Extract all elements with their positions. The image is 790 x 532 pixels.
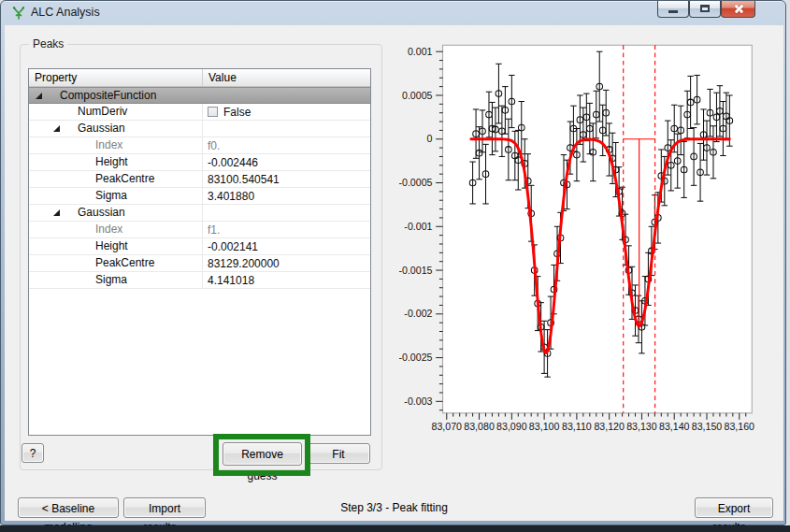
property-name-cell[interactable]: Index: [29, 137, 203, 153]
alc-analysis-window: ALC Analysis Peaks Property Value Compos…: [0, 0, 786, 525]
y-tick-label: -0.0015: [398, 265, 432, 276]
column-header-value: Value: [203, 69, 370, 86]
x-tick-label: 83,160: [725, 421, 755, 432]
x-tick-label: 83,090: [496, 421, 527, 432]
property-value-cell[interactable]: -0.002446: [203, 154, 370, 170]
branch-expander-icon[interactable]: [53, 209, 60, 216]
property-value-cell[interactable]: -0.002141: [203, 238, 370, 254]
property-name-cell[interactable]: PeakCentre: [29, 255, 203, 271]
y-tick-label: 0.001: [408, 46, 433, 57]
property-value: 83129.200000: [208, 256, 280, 271]
property-row[interactable]: Gaussian: [29, 205, 370, 222]
mantid-logo-icon: [11, 6, 26, 21]
y-tick-label: -0.0025: [398, 352, 432, 363]
property-name: Height: [95, 155, 128, 168]
property-name: Sigma: [95, 189, 127, 202]
property-row[interactable]: CompositeFunction: [29, 87, 370, 104]
x-tick-label: 83,100: [529, 421, 560, 432]
x-tick-label: 83,130: [626, 421, 657, 432]
property-row[interactable]: Height-0.002446: [29, 154, 370, 171]
property-row[interactable]: Sigma3.401880: [29, 188, 370, 205]
branch-expander-icon[interactable]: [36, 93, 42, 99]
property-row[interactable]: Gaussian: [29, 121, 370, 137]
property-name: NumDeriv: [78, 105, 127, 118]
property-row[interactable]: PeakCentre83100.540541: [29, 171, 370, 188]
x-tick-label: 83,110: [562, 421, 592, 432]
maximize-icon: [700, 5, 710, 12]
property-value: -0.002141: [208, 239, 258, 254]
property-row[interactable]: PeakCentre83129.200000: [29, 255, 370, 272]
property-value-cell[interactable]: f1.: [203, 222, 370, 237]
y-tick-label: -0.003: [404, 395, 432, 407]
property-name: Index: [95, 138, 122, 151]
x-axis: 83,07083,08083,09083,10083,11083,12083,1…: [432, 413, 755, 433]
property-name-cell[interactable]: Sigma: [29, 272, 203, 288]
export-results-button[interactable]: Export results...: [695, 497, 773, 518]
x-tick-label: 83,150: [692, 421, 723, 432]
property-row[interactable]: NumDerivFalse: [29, 104, 370, 121]
minimize-icon: [668, 10, 678, 13]
property-value-cell[interactable]: [203, 205, 370, 221]
help-button[interactable]: ?: [22, 443, 44, 463]
property-name: Sigma: [95, 273, 127, 286]
property-row[interactable]: Indexf1.: [29, 222, 370, 238]
property-value-cell[interactable]: f0.: [203, 137, 370, 153]
property-value-cell[interactable]: 83129.200000: [203, 255, 370, 271]
property-value-cell[interactable]: [203, 121, 370, 137]
property-name: PeakCentre: [95, 256, 154, 269]
x-tick-label: 83,080: [464, 421, 495, 432]
y-tick-label: 0.0005: [402, 90, 433, 101]
maximize-button[interactable]: [689, 1, 721, 18]
property-table-body: CompositeFunctionNumDerivFalseGaussianIn…: [29, 87, 370, 289]
property-name: PeakCentre: [95, 172, 154, 185]
step-label: Step 3/3 - Peak fitting: [1, 501, 787, 514]
x-tick-label: 83,070: [432, 421, 463, 432]
property-name-cell[interactable]: PeakCentre: [29, 171, 203, 187]
property-value-cell[interactable]: 4.141018: [203, 272, 370, 288]
numderiv-checkbox[interactable]: [208, 107, 218, 117]
column-header-property: Property: [29, 69, 203, 86]
property-row[interactable]: Indexf0.: [29, 137, 370, 154]
property-row[interactable]: Sigma4.141018: [29, 272, 370, 289]
screen-edge-strip: [0, 525, 790, 532]
property-value: 83100.540541: [208, 172, 280, 187]
peak-plot[interactable]: 0.0010.00050-0.0005-0.001-0.0015-0.002-0…: [373, 36, 784, 482]
y-tick-label: 0: [427, 133, 433, 144]
property-name: Height: [95, 239, 128, 252]
property-value-cell[interactable]: 3.401880: [203, 188, 370, 204]
x-tick-label: 83,120: [594, 421, 625, 432]
property-table[interactable]: Property Value CompositeFunctionNumDeriv…: [28, 68, 371, 436]
fit-button[interactable]: Fit: [307, 443, 370, 464]
minimize-button[interactable]: [657, 1, 689, 18]
property-table-header: Property Value: [29, 69, 370, 87]
remove-guess-button[interactable]: Remove guess: [223, 442, 302, 466]
property-value: 3.401880: [208, 189, 254, 204]
property-name-cell[interactable]: Height: [29, 238, 203, 254]
x-tick-label: 83,140: [659, 421, 690, 432]
branch-expander-icon[interactable]: [53, 125, 60, 132]
window-title: ALC Analysis: [31, 6, 100, 19]
property-name: Gaussian: [78, 122, 125, 135]
property-name-cell[interactable]: NumDeriv: [29, 104, 203, 120]
property-name-cell[interactable]: Index: [29, 222, 203, 237]
property-value: -0.002446: [208, 155, 258, 170]
property-name-cell[interactable]: CompositeFunction: [29, 88, 203, 103]
property-name-cell[interactable]: Sigma: [29, 188, 203, 204]
peaks-group-title: Peaks: [29, 37, 67, 50]
close-button[interactable]: [721, 1, 755, 18]
property-name: CompositeFunction: [60, 89, 156, 102]
property-value-cell[interactable]: False: [203, 104, 370, 120]
property-value-cell[interactable]: [203, 88, 370, 103]
property-row[interactable]: Height-0.002141: [29, 238, 370, 255]
property-value: False: [223, 105, 251, 120]
y-tick-label: -0.002: [404, 309, 432, 320]
property-name: Gaussian: [78, 206, 125, 219]
y-tick-label: -0.0005: [398, 177, 432, 188]
y-axis: 0.0010.00050-0.0005-0.001-0.0015-0.002-0…: [398, 46, 442, 410]
property-name-cell[interactable]: Height: [29, 154, 203, 170]
property-value-cell[interactable]: 83100.540541: [203, 171, 370, 187]
title-bar[interactable]: ALC Analysis: [1, 1, 785, 25]
property-name: Index: [95, 223, 122, 236]
y-tick-label: -0.001: [404, 221, 432, 232]
property-value: f0.: [208, 138, 220, 153]
